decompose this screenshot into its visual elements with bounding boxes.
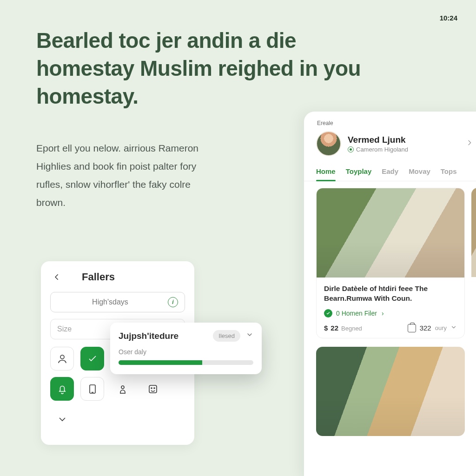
chevron-down-icon [450,324,457,331]
popover-title: Jujpsh'itedure [119,331,178,341]
profile-header[interactable]: Vermed Ljunk Camerom Higoland [304,131,476,164]
verified-icon [324,309,332,317]
search-input[interactable] [57,298,163,306]
popover-collapse[interactable] [246,331,253,341]
listing-card-peek[interactable] [471,188,476,338]
listing-row: Dirle Datèele of htdiri feee The Bearn.R… [304,181,476,338]
svg-point-3 [121,386,124,389]
chip-tablet[interactable] [80,377,104,401]
listing-row-2 [304,338,476,436]
tab-movay[interactable]: Movay [409,164,430,181]
listing-photo-peek [471,188,476,277]
location-icon [348,146,354,152]
person-icon [57,353,68,364]
svg-point-7 [154,388,155,389]
popover-sublabel: Oser daly [119,348,253,356]
hero-heading-block: Bearled toc jer andin a die homestay Mus… [36,27,390,110]
status-clock: 10:24 [440,14,457,22]
listing-badge-row[interactable]: 0 Homen Filer › [324,309,457,317]
listing-title: Dirle Datèele of htdiri feee The Bearn.R… [324,284,457,304]
tab-bar: Home Toyplay Eady Movay Tops [304,164,476,181]
hero-subtext: Eport ell you nelow. airrious Rameron Hi… [36,139,222,212]
info-icon[interactable] [168,297,178,307]
listing-photo-2[interactable] [316,347,465,436]
listing-photo [317,188,464,278]
avatar [316,131,341,156]
filters-title: Fallers [82,271,115,283]
price-value: 22 [331,324,338,332]
popover-pill[interactable]: Ilesed [213,330,240,342]
chevron-left-icon [53,273,61,281]
chevron-down-icon [57,414,68,425]
app-panel: Ereale Vermed Ljunk Camerom Higoland Hom… [304,112,476,476]
listing-card[interactable]: Dirle Datèele of htdiri feee The Bearn.R… [316,188,465,338]
suitcase-icon [408,324,416,332]
chevron-down-icon [246,331,253,338]
size-label: Size [57,325,72,333]
badge-more: › [382,310,384,317]
stat-suffix: oury [435,324,447,331]
listing-stat[interactable]: 322 oury [408,324,457,332]
chip-user-alt[interactable] [111,377,134,401]
profile-open-button[interactable] [466,139,473,149]
stat-expand[interactable] [450,324,457,332]
listing-badge-text: 0 Homen Filer [336,310,377,317]
chip-person[interactable] [50,347,74,370]
stat-value: 322 [420,324,431,332]
profile-location-text: Camerom Higoland [356,146,408,153]
hero-headline: Bearled toc jer andin a die homestay Mus… [36,27,390,110]
user-alt-icon [117,383,128,395]
svg-point-0 [60,355,64,359]
tab-home[interactable]: Home [316,164,336,181]
profile-location: Camerom Higoland [348,146,408,153]
svg-point-6 [151,388,152,389]
tablet-icon [87,383,98,395]
chip-bell[interactable] [50,377,74,401]
chevron-right-icon [466,139,473,146]
tab-tops[interactable]: Tops [441,164,457,181]
chip-smile[interactable] [141,377,165,401]
tab-toyplay[interactable]: Toyplay [346,164,372,181]
profile-name: Vermed Ljunk [348,135,408,145]
bell-icon [57,383,68,395]
search-field-row[interactable] [50,292,185,312]
check-icon [87,353,98,364]
tab-eady[interactable]: Eady [382,164,398,181]
price-suffix: Begned [341,325,362,332]
slider-popover: Jujpsh'itedure Ilesed Oser daly [110,323,262,374]
chip-more[interactable] [50,407,74,431]
app-brand: Ereale [304,120,476,131]
popover-slider[interactable] [119,360,253,365]
back-button[interactable] [50,271,63,284]
price-currency: $ [324,324,328,332]
listing-meta: $ 22 Begned 322 oury [324,324,457,332]
smile-icon [147,383,159,395]
chip-check[interactable] [80,347,104,370]
